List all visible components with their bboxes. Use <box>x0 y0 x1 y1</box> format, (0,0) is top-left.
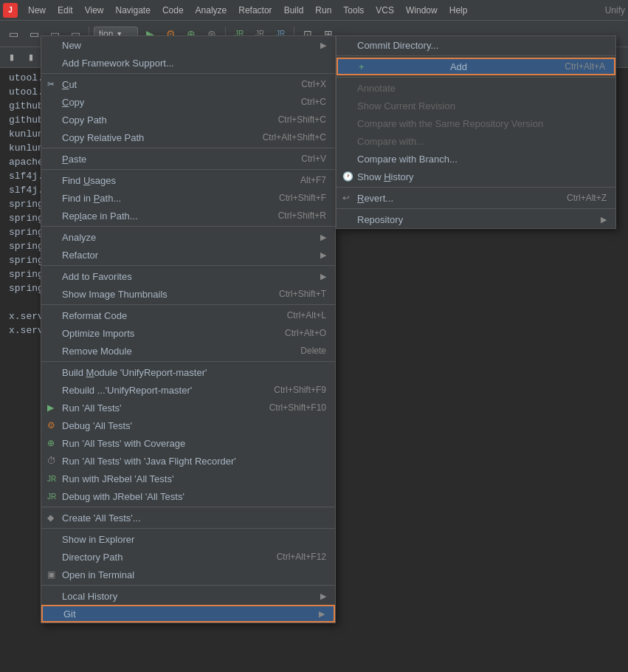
menu-coverage-label: Run 'All Tests' with Coverage <box>62 438 185 449</box>
menu-local-history[interactable]: Local History ▶ <box>41 587 335 605</box>
separator <box>41 304 335 305</box>
vcs-repository[interactable]: Repository ▶ <box>337 210 615 228</box>
arrow-icon: ▶ <box>320 592 326 601</box>
arrow-icon: ▶ <box>320 272 326 281</box>
menu-reformat-code[interactable]: Reformat Code Ctrl+Alt+L <box>41 306 335 324</box>
menu-run-with-coverage[interactable]: ⊕ Run 'All Tests' with Coverage <box>41 434 335 452</box>
menu-create-all-tests[interactable]: ◆ Create 'All Tests'... <box>41 509 335 527</box>
menu-debug-all-tests[interactable]: ⚙ Debug 'All Tests' <box>41 416 335 434</box>
separator <box>41 265 335 266</box>
separator <box>337 187 615 188</box>
menu-build-module[interactable]: Build Module 'UnifyReport-master' <box>41 363 335 381</box>
menu-jrebel-run-label: Run with JRebel 'All Tests' <box>62 473 173 484</box>
arrow-icon: ▶ <box>320 233 326 242</box>
menu-add-framework-label: Add Framework Support... <box>62 58 174 69</box>
menu-debug-tests-label: Debug 'All Tests' <box>62 420 132 431</box>
menu-run-tests-label: Run 'All Tests' <box>62 402 122 414</box>
menu-git[interactable]: Git ▶ <box>41 605 335 623</box>
menu-run-all-tests[interactable]: ▶ Run 'All Tests' Ctrl+Shift+F10 <box>41 399 335 416</box>
menu-cut[interactable]: ✂ Cut Ctrl+X <box>41 75 335 93</box>
menu-copy[interactable]: Copy Ctrl+C <box>41 93 335 111</box>
vcs-add-icon: + <box>359 61 365 72</box>
menu-copy-relative-label: Copy Relative Path <box>62 132 144 143</box>
menu-jrebel-debug-label: Debug with JRebel 'All Tests' <box>62 491 184 502</box>
menu-show-explorer-label: Show in Explorer <box>62 534 134 545</box>
menu-add-to-favorites[interactable]: Add to Favorites ▶ <box>41 267 335 285</box>
arrow-icon: ▶ <box>320 41 326 50</box>
vcs-compare-with-label: Compare with... <box>357 136 424 147</box>
menu-find-usages[interactable]: Find Usages Alt+F7 <box>41 171 335 189</box>
vcs-submenu: Commit Directory... + Add Ctrl+Alt+A Ann… <box>336 35 616 229</box>
menu-find-in-path[interactable]: Find in Path... Ctrl+Shift+F <box>41 189 335 207</box>
terminal-icon: ▣ <box>47 569 55 580</box>
separator <box>41 73 335 74</box>
separator <box>41 361 335 362</box>
menu-reformat-label: Reformat Code <box>62 310 127 321</box>
menu-replace-in-path-label: Replace in Path... <box>62 210 138 222</box>
vcs-compare-with-branch[interactable]: Compare with Branch... <box>337 150 615 168</box>
menu-run-jrebel[interactable]: JR Run with JRebel 'All Tests' <box>41 470 335 487</box>
separator <box>41 528 335 529</box>
copy-path-shortcut: Ctrl+Shift+C <box>278 114 326 125</box>
menu-new-label: New <box>62 40 81 51</box>
separator <box>41 585 335 586</box>
menu-replace-in-path[interactable]: Replace in Path... Ctrl+Shift+R <box>41 207 335 224</box>
menu-show-in-explorer[interactable]: Show in Explorer <box>41 530 335 548</box>
separator <box>337 77 615 78</box>
vcs-add-label: Add <box>450 61 467 72</box>
menu-copy-path[interactable]: Copy Path Ctrl+Shift+C <box>41 111 335 128</box>
menu-paste-label: Paste <box>62 154 86 165</box>
vcs-add[interactable]: + Add Ctrl+Alt+A <box>337 58 615 75</box>
menu-new[interactable]: New ▶ <box>41 36 335 54</box>
menu-remove-module[interactable]: Remove Module Delete <box>41 342 335 360</box>
menu-cut-label: Cut <box>62 79 77 90</box>
menu-add-framework[interactable]: Add Framework Support... <box>41 54 335 72</box>
menu-paste[interactable]: Paste Ctrl+V <box>41 150 335 168</box>
separator <box>41 226 335 227</box>
find-usages-shortcut: Alt+F7 <box>300 175 326 185</box>
menu-copy-path-label: Copy Path <box>62 114 107 126</box>
find-in-path-shortcut: Ctrl+Shift+F <box>279 193 326 203</box>
jrebel-run-icon: JR <box>47 475 56 483</box>
cut-icon: ✂ <box>47 79 55 89</box>
coverage-icon: ⊕ <box>47 438 55 448</box>
vcs-show-history[interactable]: 🕐 Show History <box>337 168 615 185</box>
menu-directory-label: Directory Path <box>62 552 123 563</box>
menu-remove-module-label: Remove Module <box>62 346 132 357</box>
separator <box>41 169 335 170</box>
menu-show-image-thumbnails[interactable]: Show Image Thumbnails Ctrl+Shift+T <box>41 285 335 303</box>
menu-add-favorites-label: Add to Favorites <box>62 271 132 282</box>
separator <box>337 208 615 209</box>
remove-module-shortcut: Delete <box>300 346 326 356</box>
menu-open-in-terminal[interactable]: ▣ Open in Terminal <box>41 566 335 583</box>
menu-show-thumbnails-label: Show Image Thumbnails <box>62 289 168 300</box>
menu-optimize-imports[interactable]: Optimize Imports Ctrl+Alt+O <box>41 324 335 342</box>
jrebel-debug-icon: JR <box>47 493 56 501</box>
thumbnails-shortcut: Ctrl+Shift+T <box>279 289 326 299</box>
menu-run-java-flight[interactable]: ⏱ Run 'All Tests' with 'Java Flight Reco… <box>41 452 335 470</box>
revert-icon: ↩ <box>342 193 350 203</box>
separator <box>41 507 335 507</box>
context-menu-overlay: New ▶ Add Framework Support... ✂ Cut Ctr… <box>0 0 628 672</box>
menu-directory-path[interactable]: Directory Path Ctrl+Alt+F12 <box>41 548 335 566</box>
optimize-shortcut: Ctrl+Alt+O <box>285 328 326 338</box>
menu-copy-relative-path[interactable]: Copy Relative Path Ctrl+Alt+Shift+C <box>41 128 335 146</box>
menu-local-history-label: Local History <box>62 591 117 602</box>
menu-build-module-label: Build Module 'UnifyReport-master' <box>62 367 207 378</box>
copy-shortcut: Ctrl+C <box>301 97 326 107</box>
vcs-commit-directory[interactable]: Commit Directory... <box>337 36 615 54</box>
menu-refactor[interactable]: Refactor ▶ <box>41 246 335 264</box>
arrow-icon: ▶ <box>601 215 607 224</box>
arrow-icon: ▶ <box>320 250 326 260</box>
separator <box>41 148 335 148</box>
menu-create-tests-label: Create 'All Tests'... <box>62 512 141 524</box>
vcs-revert[interactable]: ↩ Revert... Ctrl+Alt+Z <box>337 189 615 207</box>
menu-rebuild-module[interactable]: Rebuild ...'UnifyReport-master' Ctrl+Shi… <box>41 381 335 399</box>
menu-refactor-label: Refactor <box>62 250 98 261</box>
cut-shortcut: Ctrl+X <box>301 79 326 89</box>
menu-debug-jrebel[interactable]: JR Debug with JRebel 'All Tests' <box>41 487 335 505</box>
rebuild-shortcut: Ctrl+Shift+F9 <box>274 385 326 395</box>
menu-analyze-label: Analyze <box>62 232 96 243</box>
menu-analyze[interactable]: Analyze ▶ <box>41 228 335 246</box>
vcs-compare-branch-label: Compare with Branch... <box>357 154 458 165</box>
